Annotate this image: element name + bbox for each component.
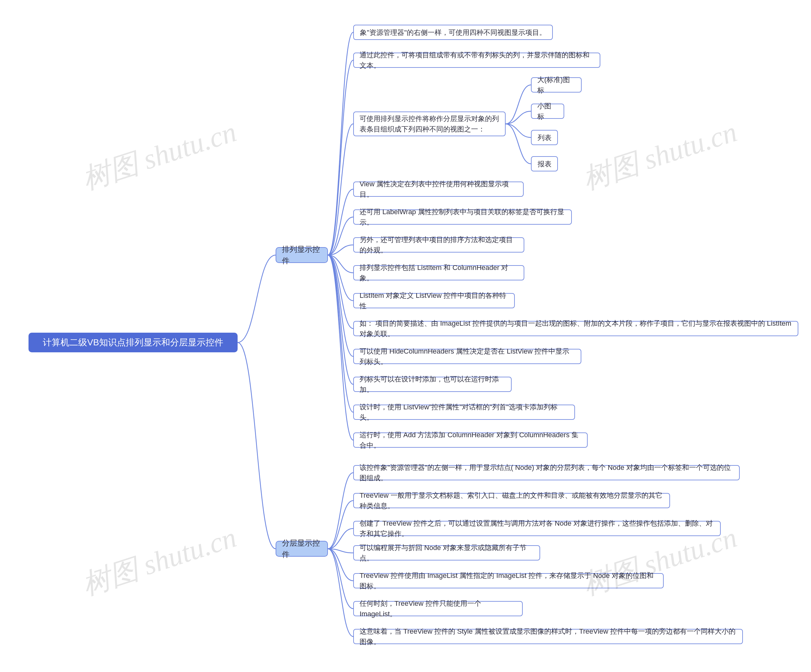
branch-treeview[interactable]: 分层显示控件 — [276, 541, 328, 557]
leaf-b1-c10[interactable]: 可以使用 HideColumnHeaders 属性决定是否在 ListView … — [353, 349, 581, 364]
leaf-b1-c13[interactable]: 运行时，使用 Add 方法添加 ColumnHeader 对象到 ColumnH… — [353, 433, 588, 448]
leaf-c3-v1[interactable]: 大(标准)图标 — [531, 77, 582, 93]
watermark: 树图 shutu.cn — [578, 112, 742, 199]
leaf-c3-v3[interactable]: 列表 — [531, 130, 558, 145]
watermark: 树图 shutu.cn — [77, 518, 241, 604]
watermark: 树图 shutu.cn — [77, 112, 241, 199]
leaf-b1-c2[interactable]: 通过此控件，可将项目组成带有或不带有列标头的列，并显示伴随的图标和文本。 — [353, 53, 600, 68]
leaf-b1-c12[interactable]: 设计时，使用 ListView"控件属性"对话框的"列首"选项卡添加列标头。 — [353, 405, 575, 420]
leaf-b2-d3[interactable]: 创建了 TreeView 控件之后，可以通过设置属性与调用方法对各 Node 对… — [353, 521, 721, 536]
leaf-b1-c1[interactable]: 象"资源管理器"的右侧一样，可使用四种不同视图显示项目。 — [353, 25, 553, 40]
branch-listview[interactable]: 排列显示控件 — [276, 247, 328, 263]
leaf-b1-c6[interactable]: 另外，还可管理列表中项目的排序方法和选定项目的外观。 — [353, 237, 524, 253]
leaf-b2-d2[interactable]: TreeView 一般用于显示文档标题、索引入口、磁盘上的文件和目录、或能被有效… — [353, 493, 670, 508]
leaf-b2-d1[interactable]: 该控件象"资源管理器"的左侧一样，用于显示结点( Node) 对象的分层列表，每… — [353, 465, 740, 480]
leaf-b1-c7[interactable]: 排列显示控件包括 ListItem 和 ColumnHeader 对象。 — [353, 265, 524, 280]
leaf-b2-d5[interactable]: TreeView 控件使用由 ImageList 属性指定的 ImageList… — [353, 573, 664, 588]
leaf-b1-c5[interactable]: 还可用 LabelWrap 属性控制列表中与项目关联的标签是否可换行显示。 — [353, 209, 572, 225]
leaf-b1-c9[interactable]: 如： 项目的简要描述、由 ImageList 控件提供的与项目一起出现的图标、附… — [353, 321, 798, 336]
leaf-b1-c8[interactable]: ListItem 对象定义 ListView 控件中项目的各种特性 — [353, 293, 515, 308]
leaf-c3-v4[interactable]: 报表 — [531, 156, 558, 171]
leaf-b1-c11[interactable]: 列标头可以在设计时添加，也可以在运行时添加。 — [353, 377, 512, 392]
leaf-b2-d7[interactable]: 这意味着，当 TreeView 控件的 Style 属性被设置成显示图像的样式时… — [353, 629, 743, 644]
leaf-b2-d6[interactable]: 任何时刻，TreeView 控件只能使用一个 ImageList。 — [353, 601, 523, 616]
root-node[interactable]: 计算机二级VB知识点排列显示和分层显示控件 — [29, 333, 238, 352]
leaf-b1-c3[interactable]: 可使用排列显示控件将称作分层显示对象的列表条目组织成下列四种不同的视图之一： — [353, 112, 506, 136]
leaf-b2-d4[interactable]: 可以编程展开与折回 Node 对象来显示或隐藏所有子节点。 — [353, 545, 540, 560]
leaf-b1-c4[interactable]: View 属性决定在列表中控件使用何种视图显示项目。 — [353, 182, 524, 197]
leaf-c3-v2[interactable]: 小图标 — [531, 104, 564, 119]
